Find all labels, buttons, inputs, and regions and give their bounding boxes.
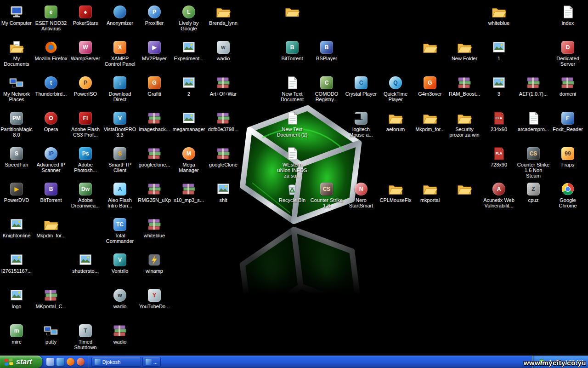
desktop-icon-234x60[interactable]: FLA234x60 xyxy=(482,111,515,132)
desktop-icon-mozilla-firefox[interactable]: Mozilla Firefox xyxy=(34,40,68,61)
desktop-icon-g4m3over[interactable]: GG4m3over xyxy=(413,75,447,97)
desktop-icon-cplmousefix[interactable]: CPLMouseFix xyxy=(379,182,412,203)
desktop-icon-googleclone[interactable]: googleclone... xyxy=(138,146,171,167)
desktop-icon-wampserver[interactable]: WWampServer xyxy=(69,40,102,61)
desktop-icon-ventrilo[interactable]: VVentrilo xyxy=(103,253,136,274)
desktop-icon-knightonline[interactable]: Knightonline xyxy=(0,217,33,238)
desktop-icon-new-text-document[interactable]: New Text Document xyxy=(276,75,309,102)
media-player-icon[interactable] xyxy=(77,358,85,366)
desktop-icon-vistabootpro-3-3[interactable]: VVistaBootPRO 3.3 xyxy=(103,111,136,138)
desktop-icon-comodo-registry[interactable]: CCOMODO Registry... xyxy=(310,75,343,102)
desktop-icon-rmg35n-uxp[interactable]: RMG35N_uXp xyxy=(138,182,171,203)
desktop-icon-adobe-flash-cs3-prof[interactable]: FlAdobe Flash CS3 Prof... xyxy=(69,111,102,138)
desktop-icon-download-direct[interactable]: ↓Download Direct xyxy=(103,75,136,102)
desktop-icon-western-union-infos-za-su[interactable]: WEstern uNion INFOS za su... xyxy=(276,146,309,178)
desktop-icon-my-documents[interactable]: My Documents xyxy=(0,40,33,67)
desktop-icon-mkpdm-for[interactable]: Mkpdm_for... xyxy=(34,217,68,238)
desktop-icon-domeni[interactable]: domeni xyxy=(551,75,584,97)
desktop-icon-timed-shutdown[interactable]: TTimed Shutdown xyxy=(69,323,102,350)
desktop-icon-imageshack[interactable]: imageshack... xyxy=(138,111,171,132)
desktop-icon-google-chrome[interactable]: Google Chrome xyxy=(551,182,584,208)
desktop-icon-speedfan[interactable]: SSpeedFan xyxy=(0,146,33,167)
desktop-icon-shit[interactable]: shit xyxy=(207,182,240,203)
desktop-icon-3[interactable]: 3 xyxy=(482,75,515,97)
taskbar-task-button[interactable]: ... xyxy=(142,357,161,367)
desktop-icon-mkpdm-for[interactable]: Mkpdm_for... xyxy=(413,111,447,132)
desktop-icon-youtubedo[interactable]: YYouTubeDo... xyxy=(138,288,171,309)
desktop-icon-crystal-player[interactable]: CCrystal Player xyxy=(345,75,378,97)
firefox-icon[interactable] xyxy=(67,358,74,366)
desktop-icon-recycle-bin[interactable]: Recycle Bin xyxy=(276,182,309,203)
desktop-icon-new-folder[interactable]: New Folder xyxy=(448,40,481,61)
desktop-icon-new-text-document-2[interactable]: New Text Document (2) xyxy=(276,111,309,138)
desktop-icon-x10-mp3-s[interactable]: x10_mp3_s... xyxy=(172,182,205,203)
desktop-icon-adobe-dreamwea[interactable]: DwAdobe Dreamwea... xyxy=(69,182,102,208)
desktop-icon-shuttersto[interactable]: shuttersto... xyxy=(69,253,102,274)
internet-explorer-icon[interactable] xyxy=(57,358,64,366)
desktop-icon-grafiti[interactable]: GGrafiti xyxy=(138,75,171,97)
desktop-icon-thunderbird[interactable]: tThunderbird... xyxy=(34,75,68,97)
desktop-icon-pokerstars[interactable]: ♠PokerStars xyxy=(69,5,102,26)
desktop-icon-smartftp-client[interactable]: SSmartFTP Client xyxy=(103,146,136,173)
desktop-icon-proxifier[interactable]: PProxifier xyxy=(138,5,171,26)
desktop-icon-eset-nod32-antivirus[interactable]: eESET NOD32 Antivirus xyxy=(34,5,68,31)
desktop-icon-xampp-control-panel[interactable]: XXAMPP Control Panel xyxy=(103,40,136,67)
desktop-icon-index[interactable]: index xyxy=(551,5,584,26)
desktop-icon-mv2player[interactable]: ▶MV2Player xyxy=(138,40,171,61)
desktop-icon-putty[interactable]: putty xyxy=(34,323,68,345)
show-desktop-icon[interactable] xyxy=(46,358,54,366)
desktop-icon-security-prozor-za-win[interactable]: Security prozor za win xyxy=(448,111,481,138)
desktop-icon-mkportal-c[interactable]: MKportal_C... xyxy=(34,288,68,309)
desktop-icon-whiteblue[interactable]: whiteblue xyxy=(138,217,171,238)
desktop-icon-foxit-reader[interactable]: FFoxit_Reader xyxy=(551,111,584,132)
taskbar-task-button[interactable]: Djokosh xyxy=(91,357,141,367)
desktop-icon-partitionmagic-8-0[interactable]: PMPartitionMagic 8.0 xyxy=(0,111,33,138)
desktop-icon-winamp[interactable]: winamp xyxy=(138,253,171,274)
desktop-icon-nero-startsmart[interactable]: NNero StartSmart xyxy=(345,182,378,208)
desktop-icon-cpuz[interactable]: Zcpuz xyxy=(517,182,550,203)
desktop-icon-advanced-ip-scanner[interactable]: IPAdvanced IP Scanner xyxy=(34,146,68,173)
desktop-icon-arcadempro[interactable]: arcadempro... xyxy=(517,111,550,132)
desktop-icon-bittorrent[interactable]: BBitTorrent xyxy=(34,182,68,203)
desktop-icon-art-of-war[interactable]: Art+Of+War xyxy=(207,75,240,97)
desktop-icon-wadio[interactable]: wwadio xyxy=(207,40,240,61)
desktop-icon-mega-manager[interactable]: MMega Manager xyxy=(172,146,205,173)
desktop-icon-wadio[interactable]: wadio xyxy=(103,323,136,345)
desktop-icon-adobe-photosh[interactable]: PsAdobe Photosh... xyxy=(69,146,102,173)
desktop-icon-mirc[interactable]: mmirc xyxy=(0,323,33,345)
desktop-icon-poweriso[interactable]: PPowerISO xyxy=(69,75,102,97)
desktop-icon-my-computer[interactable]: My Computer xyxy=(0,5,33,26)
desktop-icon-counter-strike-1-6-non-steam[interactable]: CSCounter Strike 1.6 Non Steam xyxy=(517,146,550,178)
desktop-icon-bittorrent[interactable]: BBitTorrent xyxy=(276,40,309,61)
desktop-icon-dcfb0e3798[interactable]: dcfb0e3798... xyxy=(207,111,240,132)
desktop-icon-experiment[interactable]: Experiment... xyxy=(172,40,205,61)
desktop-icon-mkportal[interactable]: mkportal xyxy=(413,182,447,203)
desktop-icon-counter-strike-1-6[interactable]: CSCounter Strike 1.6 xyxy=(310,182,343,208)
desktop-icon-bsplayer[interactable]: BBSPlayer xyxy=(310,40,343,61)
desktop-icon-whiteblue[interactable]: whiteblue xyxy=(482,5,515,26)
desktop-icon-728x90[interactable]: FLA728x90 xyxy=(482,146,515,167)
desktop-icon-aef-1-0-7[interactable]: AEF(1.0.7)... xyxy=(517,75,550,97)
desktop-icon-my-network-places[interactable]: My Network Places xyxy=(0,75,33,102)
desktop-icon-brenda-lynn[interactable]: Brenda_lynn xyxy=(207,5,240,26)
desktop-icon-logo[interactable]: logo xyxy=(0,288,33,309)
desktop-icon-aeforum[interactable]: aeforum xyxy=(379,111,412,132)
desktop-icon-quicktime-player[interactable]: QQuickTime Player xyxy=(379,75,412,102)
desktop-icon-2[interactable]: 2 xyxy=(172,75,205,97)
desktop-icon-total-commander[interactable]: TCTotal Commander xyxy=(103,217,136,244)
desktop-icon-googleclone[interactable]: googleClone xyxy=(207,146,240,167)
desktop-icon-fraps[interactable]: 99Fraps xyxy=(551,146,584,167)
desktop-icon-powerdvd[interactable]: ▶PowerDVD xyxy=(0,182,33,203)
desktop-icon-opera[interactable]: OOpera xyxy=(34,111,68,132)
desktop-icon-anonymizer[interactable]: Anonymizer xyxy=(103,5,136,26)
desktop-icon-lively-by-google[interactable]: LLively by Google xyxy=(172,5,205,31)
desktop-icon-censored[interactable] xyxy=(413,40,447,56)
desktop-icon-l276151167[interactable]: l276151167... xyxy=(0,253,33,274)
start-button[interactable]: start xyxy=(0,356,42,368)
desktop-icon-wadio[interactable]: wwadio xyxy=(103,288,136,309)
desktop-icon-megamanager[interactable]: megamanager xyxy=(172,111,205,132)
desktop-icon-dedicated-server[interactable]: DDedicated Server xyxy=(551,40,584,67)
desktop-icon-ram-boost[interactable]: RAM_Boost... xyxy=(448,75,481,97)
desktop-icon-1[interactable]: 1 xyxy=(482,40,515,61)
desktop-icon-acunetix-web-vulnerabilit[interactable]: AAcunetix Web Vulnerabilit... xyxy=(482,182,515,208)
